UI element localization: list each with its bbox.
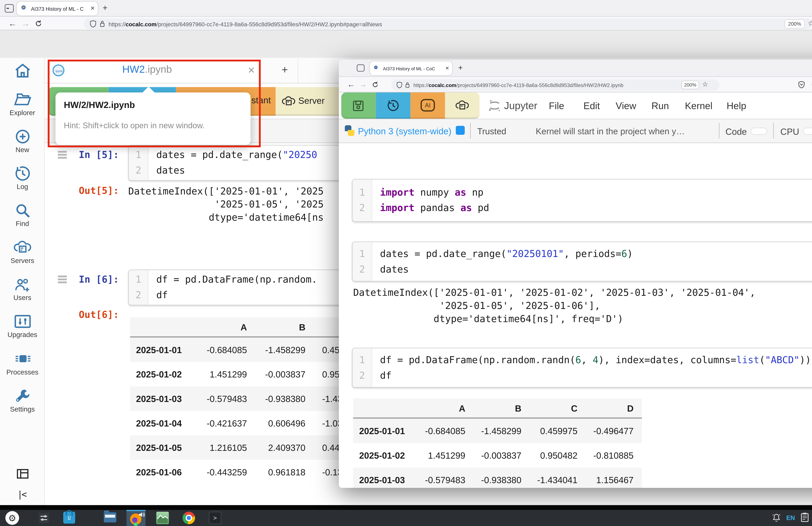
zoom-level-chip[interactable]: 200% (785, 19, 804, 28)
reload-icon[interactable] (34, 20, 42, 27)
menu-help[interactable]: Help (727, 101, 746, 112)
kernel-status-message: Kernel will start in the project when y… (536, 127, 715, 136)
lock-icon[interactable] (405, 81, 410, 88)
table-row: 2025-01-03-0.579483-0.938380-1.434041 (130, 386, 372, 411)
code-label: Code (725, 127, 747, 136)
collapse-sidebar-icon[interactable]: |< (17, 489, 26, 500)
trusted-label: Trusted (477, 127, 506, 136)
chrome-task-icon[interactable] (183, 512, 195, 524)
in-prompt: In [6]: (79, 274, 119, 285)
clipboard-icon[interactable] (801, 512, 809, 523)
tab-close-icon[interactable]: ✕ (90, 5, 95, 11)
file-tab-tooltip: HW/2/HW2.ipynb Hint: Shift+click to open… (56, 92, 250, 145)
shield-icon[interactable] (90, 20, 96, 27)
code-cell[interactable]: 1import numpy as np2import pandas as pd (352, 179, 812, 222)
save-button[interactable] (341, 92, 376, 119)
menu-view[interactable]: View (616, 101, 636, 112)
settings-task-icon[interactable] (38, 512, 49, 524)
home-icon[interactable] (14, 63, 31, 78)
file-manager-task-icon[interactable] (104, 512, 116, 523)
firefox-view-icon[interactable] (5, 4, 14, 13)
dataframe-table-back: AB2025-01-01-0.684085-1.4582990.45997520… (130, 317, 372, 484)
browser-tab[interactable]: AI373 History of ML - CoCa ✕ (17, 2, 98, 15)
bookmark-star-icon[interactable]: ☆ (808, 19, 812, 27)
code-cell[interactable]: 1dates = pd.date_range("20250101", perio… (352, 242, 812, 281)
file-tab-title: HW2.ipynb (122, 64, 172, 76)
overlay-jupyter-toolbar: AI Jupyter File Edit View Run Kernel Hel… (339, 92, 812, 119)
url-bar[interactable]: https://cocalc.com/projects/64997960-cc7… (391, 79, 720, 90)
tab-close-icon[interactable]: ✕ (445, 65, 449, 71)
taskbar: ⚙ + > EN ^ 10:16 P.M. 2024-11-18 (0, 510, 812, 526)
ai-assistant-button[interactable]: AI (410, 92, 445, 119)
code-cell[interactable]: 1df = pd.DataFrame(np.random.randn(6, 4)… (352, 348, 812, 388)
code-line: 2dates (352, 262, 812, 277)
firefox-view-icon[interactable] (357, 64, 365, 72)
overlay-browser-tab[interactable]: AI373 History of ML - CoC ✕ (370, 61, 452, 75)
divider (719, 123, 720, 138)
back-icon[interactable]: ← (347, 80, 355, 89)
code-font-slider[interactable] (751, 128, 767, 135)
menu-edit[interactable]: Edit (583, 101, 600, 112)
table-row: 2025-01-01-0.684085-1.4582990.459975-0.4… (353, 419, 642, 443)
menu-file[interactable]: File (549, 101, 564, 112)
main-nav-bar: ← → https://cocalc.com/projects/64997960… (0, 17, 812, 30)
cocalc-favicon (374, 65, 378, 69)
cpu-indicator (803, 128, 812, 135)
menu-kernel[interactable]: Kernel (685, 101, 712, 112)
out-prompt: Out[6]: (79, 309, 119, 320)
file-tab-close-icon[interactable]: ✕ (247, 65, 255, 76)
layout-panel-icon[interactable] (17, 469, 29, 479)
app-launcher-button[interactable]: ⚙ (5, 511, 19, 525)
extension-shield-icon[interactable] (798, 81, 805, 88)
tab-title: AI373 History of ML - CoC (383, 66, 440, 72)
cocalc-header: ✎ Projects AI373 History of ML ✕ + Help … (0, 30, 812, 58)
terminal-task-icon[interactable]: > (209, 512, 221, 524)
file-tab-hw2[interactable]: ipynb HW2.ipynb ✕ (49, 58, 261, 83)
notifications-bell-icon[interactable] (772, 513, 781, 523)
new-tab-button[interactable]: + (103, 3, 107, 13)
system-monitor-task-icon[interactable] (156, 512, 169, 524)
zoom-level-chip[interactable]: 200% (682, 81, 699, 89)
shield-icon[interactable] (397, 81, 402, 88)
tooltip-title: HW/2/HW2.ipynb (64, 100, 135, 109)
tab-title: AI373 History of ML - CoCa (31, 6, 84, 12)
timetravel-button[interactable] (376, 92, 410, 119)
kernel-busy-indicator (456, 126, 465, 135)
table-row: 2025-01-06-0.4432590.961818-0.136 (130, 460, 372, 484)
cloud-server-icon (14, 240, 31, 254)
dataframe-table: ABCD2025-01-01-0.684085-1.4582990.459975… (353, 398, 642, 488)
bookmark-star-icon[interactable]: ☆ (702, 80, 708, 88)
account-extension-icon[interactable] (811, 81, 812, 88)
reload-icon[interactable] (372, 81, 379, 88)
url-bar[interactable]: https://cocalc.com/projects/64997960-cc7… (84, 18, 812, 29)
keyboard-layout-indicator[interactable]: EN (786, 514, 795, 521)
table-row: 2025-01-01-0.684085-1.4582990.459975 (130, 337, 372, 362)
table-row: 2025-01-051.2161052.4093700.444 (130, 435, 372, 460)
forward-icon[interactable]: → (21, 18, 30, 28)
new-file-tab-button[interactable]: + (270, 58, 298, 83)
server-button[interactable]: Server (276, 87, 340, 116)
menu-run[interactable]: Run (651, 101, 669, 112)
tooltip-hint: Hint: Shift+click to open in new window. (64, 121, 246, 130)
divider (773, 123, 774, 138)
plus-circle-icon (15, 129, 30, 144)
server-button[interactable] (445, 92, 480, 119)
kernel-name[interactable]: Python 3 (system-wide) (358, 126, 451, 136)
firefox-task-active[interactable]: + (127, 510, 146, 526)
overlay-tab-bar: AI373 History of ML - CoC ✕ + ⌄ ⌄ ^ ✕ (339, 60, 812, 77)
users-icon (14, 277, 31, 293)
sliders-icon (14, 314, 31, 328)
ipynb-file-icon: ipynb (53, 64, 64, 76)
back-icon[interactable]: ← (8, 18, 17, 28)
new-tab-button[interactable]: + (458, 63, 463, 72)
forward-icon[interactable]: → (359, 80, 367, 89)
code-line: 1import numpy as np (352, 185, 812, 201)
table-header-row: ABCD (353, 398, 642, 419)
audio-playing-icon (139, 512, 145, 518)
cpu-label: CPU (780, 127, 799, 136)
overlay-notebook: 1import numpy as np2import pandas as pd … (339, 143, 812, 488)
overlay-kernel-row: Python 3 (system-wide) Trusted Kernel wi… (339, 119, 812, 143)
discover-task-icon[interactable] (63, 512, 75, 524)
table-header-row: AB (130, 317, 372, 337)
lock-icon[interactable] (100, 20, 105, 27)
